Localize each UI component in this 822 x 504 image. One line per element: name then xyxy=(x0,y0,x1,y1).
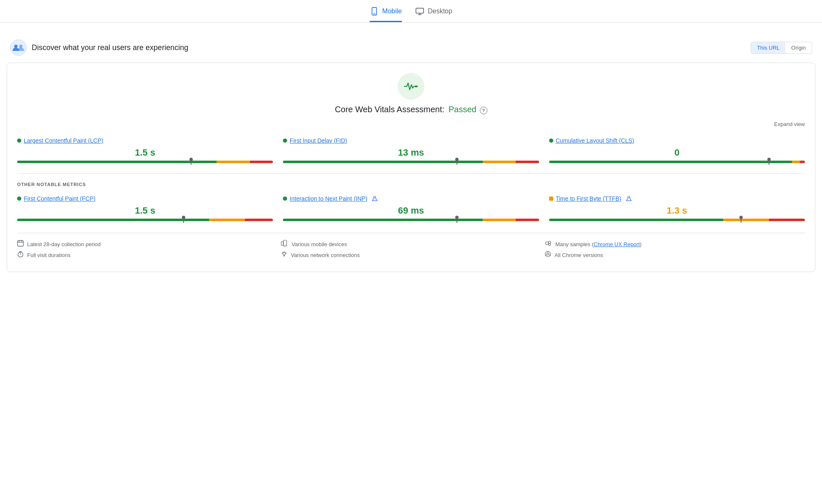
url-origin-toggle: This URL Origin xyxy=(751,42,812,54)
cls-dot xyxy=(549,139,553,143)
heartbeat-icon xyxy=(403,79,419,94)
ttfb-name[interactable]: Time to First Byte (TTFB) xyxy=(556,195,621,202)
fcp-dot xyxy=(17,197,21,201)
timer-icon xyxy=(17,251,24,259)
ttfb-metric: Time to First Byte (TTFB) 1.3 s xyxy=(549,195,805,221)
footer-col2-item2-text: Various network connections xyxy=(291,252,360,258)
fid-dot xyxy=(283,139,287,143)
fid-metric: First Input Delay (FID) 13 ms xyxy=(283,137,539,163)
inp-label-row: Interaction to Next Paint (INP) xyxy=(283,195,539,202)
lcp-dot xyxy=(17,139,21,143)
cls-label-row: Cumulative Layout Shift (CLS) xyxy=(549,137,805,144)
samples-icon xyxy=(545,240,552,248)
svg-rect-12 xyxy=(18,241,23,246)
other-metrics-grid: First Contentful Paint (FCP) 1.5 s Inter… xyxy=(17,195,805,221)
lcp-metric: Largest Contentful Paint (LCP) 1.5 s xyxy=(17,137,273,163)
cwv-title-text: Core Web Vitals Assessment: xyxy=(335,105,444,114)
origin-button[interactable]: Origin xyxy=(785,42,812,53)
section-header-left: Discover what your real users are experi… xyxy=(10,39,188,56)
svg-point-27 xyxy=(547,253,549,255)
svg-point-9 xyxy=(417,86,418,87)
chrome-ux-report-link[interactable]: Chrome UX Report xyxy=(594,241,640,247)
mobile-icon xyxy=(370,7,379,16)
network-icon xyxy=(281,251,287,259)
inp-name[interactable]: Interaction to Next Paint (INP) xyxy=(290,195,367,202)
footer-col3: Many samples (Chrome UX Report) All Chro… xyxy=(545,240,805,262)
cwv-help-icon[interactable]: ? xyxy=(480,107,487,114)
footer-col3-item1: Many samples (Chrome UX Report) xyxy=(545,240,805,248)
cls-value: 0 xyxy=(549,147,805,158)
svg-rect-20 xyxy=(281,242,283,245)
cls-gauge xyxy=(549,161,805,163)
footer-col1-item2-text: Full visit durations xyxy=(27,252,71,258)
footer-col2-item1: Various mobile devices xyxy=(281,240,541,248)
core-metrics-grid: Largest Contentful Paint (LCP) 1.5 s Fir… xyxy=(17,137,805,163)
fid-value: 13 ms xyxy=(283,147,539,158)
other-metrics-label: OTHER NOTABLE METRICS xyxy=(17,182,805,187)
cls-metric: Cumulative Layout Shift (CLS) 0 xyxy=(549,137,805,163)
footer-col1: Latest 28-day collection period Full vis… xyxy=(17,240,277,262)
lcp-label-row: Largest Contentful Paint (LCP) xyxy=(17,137,273,144)
svg-line-30 xyxy=(545,255,547,256)
svg-line-29 xyxy=(549,255,550,256)
footer-col2: Various mobile devices Various network c… xyxy=(281,240,541,262)
fid-name[interactable]: First Input Delay (FID) xyxy=(290,137,347,144)
inp-experimental-icon xyxy=(371,195,378,202)
fcp-gauge xyxy=(17,219,273,221)
chrome-icon xyxy=(545,251,551,259)
metrics-divider xyxy=(17,173,805,174)
ttfb-label-row: Time to First Byte (TTFB) xyxy=(549,195,805,202)
svg-rect-2 xyxy=(416,8,424,13)
footer-col2-item2: Various network connections xyxy=(281,251,541,259)
footer-col1-item2: Full visit durations xyxy=(17,251,277,259)
ttfb-experimental-icon xyxy=(625,195,632,202)
fid-label-row: First Input Delay (FID) xyxy=(283,137,539,144)
device-tabs: Mobile Desktop xyxy=(0,0,822,23)
calendar-icon xyxy=(17,240,24,248)
fcp-name[interactable]: First Contentful Paint (FCP) xyxy=(24,195,96,202)
footer-col3-item2-text: All Chrome versions xyxy=(555,252,603,258)
lcp-name[interactable]: Largest Contentful Paint (LCP) xyxy=(24,137,103,144)
ttfb-value: 1.3 s xyxy=(549,205,805,216)
inp-value: 69 ms xyxy=(283,205,539,216)
cwv-status: Passed xyxy=(449,105,477,114)
footer-col1-item1: Latest 28-day collection period xyxy=(17,240,277,248)
cwv-icon-circle xyxy=(398,73,424,100)
desktop-icon xyxy=(415,7,424,16)
svg-point-5 xyxy=(10,40,26,55)
info-footer: Latest 28-day collection period Full vis… xyxy=(17,233,805,262)
this-url-button[interactable]: This URL xyxy=(751,42,785,53)
svg-point-22 xyxy=(284,255,285,257)
inp-gauge xyxy=(283,219,539,221)
footer-col3-item1-text: Many samples (Chrome UX Report) xyxy=(555,241,642,247)
main-card: Core Web Vitals Assessment: Passed ? Exp… xyxy=(7,63,815,272)
lcp-gauge xyxy=(17,161,273,163)
footer-col3-item2: All Chrome versions xyxy=(545,251,805,259)
footer-col2-item1-text: Various mobile devices xyxy=(292,241,347,247)
footer-col1-item1-text: Latest 28-day collection period xyxy=(27,241,101,247)
mobile-devices-icon xyxy=(281,240,288,248)
cwv-title-row: Core Web Vitals Assessment: Passed ? xyxy=(335,105,487,114)
inp-dot xyxy=(283,197,287,201)
section-title: Discover what your real users are experi… xyxy=(32,43,188,52)
fcp-label-row: First Contentful Paint (FCP) xyxy=(17,195,273,202)
fcp-metric: First Contentful Paint (FCP) 1.5 s xyxy=(17,195,273,221)
ttfb-dot xyxy=(549,197,553,201)
expand-view[interactable]: Expand view xyxy=(17,121,805,127)
inp-metric: Interaction to Next Paint (INP) 69 ms xyxy=(283,195,539,221)
svg-point-6 xyxy=(14,45,18,48)
fid-gauge xyxy=(283,161,539,163)
tab-desktop[interactable]: Desktop xyxy=(415,7,452,22)
cwv-header: Core Web Vitals Assessment: Passed ? xyxy=(17,73,805,114)
fcp-value: 1.5 s xyxy=(17,205,273,216)
users-icon-wrapper xyxy=(10,39,27,56)
cls-name[interactable]: Cumulative Layout Shift (CLS) xyxy=(556,137,634,144)
tab-desktop-label: Desktop xyxy=(428,8,452,15)
section-header: Discover what your real users are experi… xyxy=(0,33,822,63)
ttfb-gauge xyxy=(549,219,805,221)
lcp-value: 1.5 s xyxy=(17,147,273,158)
tab-mobile-label: Mobile xyxy=(382,8,402,15)
svg-point-7 xyxy=(19,45,23,48)
tab-mobile[interactable]: Mobile xyxy=(370,7,402,22)
real-users-icon xyxy=(10,39,27,56)
